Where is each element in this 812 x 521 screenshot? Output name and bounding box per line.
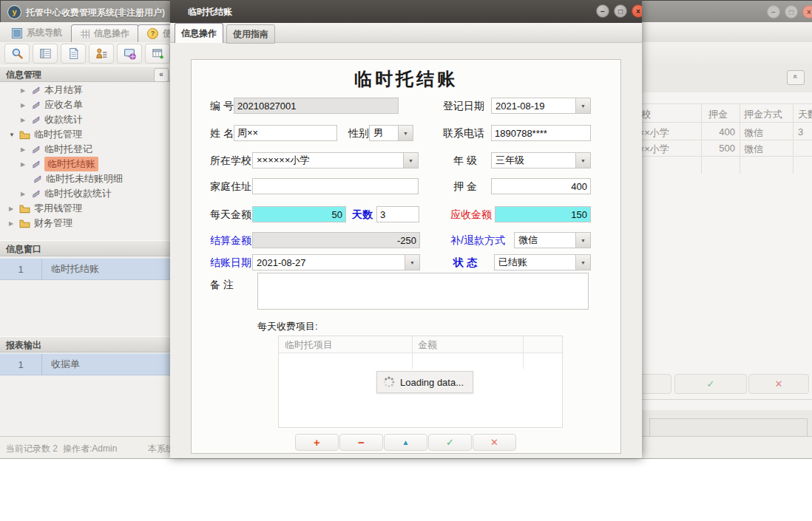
tree-item-receivable-list[interactable]: ▶ 应收名单 (21, 98, 83, 112)
tree-item-temp-care-unsettled[interactable]: 临时托未结账明细 (33, 171, 123, 186)
tree-item-temp-care-register[interactable]: ▶ 临时托登记 (21, 142, 92, 157)
no-field[interactable] (234, 98, 399, 114)
preview-button[interactable] (4, 44, 30, 64)
expander-icon[interactable]: ▶ (21, 102, 27, 109)
chevron-down-icon[interactable]: ▼ (403, 153, 418, 168)
modal-window: 临时托结账 − □ × 信息操作 使用指南 临时托结账 编 号 登记日期 202… (170, 0, 642, 458)
name-field[interactable] (234, 125, 337, 141)
reg-date-value: 2021-08-19 (492, 101, 575, 112)
items-table-header: 临时托项目 金额 (279, 336, 562, 353)
phone-label: 联系电话 (443, 127, 484, 140)
bg-bottom-field[interactable] (649, 418, 808, 437)
report-wand-icon (31, 86, 41, 95)
remark-field[interactable] (257, 273, 589, 310)
tree-item-temp-care-mgmt[interactable]: ▼ 临时托管理 (9, 127, 82, 142)
main-close-button[interactable]: × (802, 5, 812, 18)
expander-icon[interactable]: ▶ (21, 161, 27, 168)
modal-tab-user-guide[interactable]: 使用指南 (226, 24, 275, 44)
school-dropdown[interactable]: ××××××小学 ▼ (252, 152, 419, 168)
days-field[interactable] (376, 206, 419, 222)
report-wand-icon (31, 145, 41, 154)
main-minimize-button[interactable]: − (767, 5, 780, 18)
refund-method-dropdown[interactable]: 微信 ▼ (514, 232, 591, 248)
phone-field[interactable] (491, 125, 591, 141)
modal-tab-info-ops[interactable]: 信息操作 (175, 23, 223, 43)
main-maximize-button[interactable]: □ (785, 5, 798, 18)
bg-col-deposit-method: 押金方式 (744, 108, 782, 121)
chevron-down-icon[interactable]: ▼ (398, 126, 413, 140)
report-wand-icon (31, 160, 41, 169)
tree-item-monthly-settle[interactable]: ▶ 本月结算 (21, 83, 83, 98)
form-icon (39, 47, 52, 60)
chevron-down-icon[interactable]: ▼ (405, 255, 419, 270)
expander-icon[interactable]: ▶ (21, 117, 27, 123)
grade-value: 三年级 (492, 154, 575, 167)
bg-cell-deposit: 500 (691, 143, 735, 154)
tree-item-temp-care-payment-stats[interactable]: ▶ 临时托收款统计 (21, 186, 112, 201)
expander-icon[interactable]: ▶ (21, 146, 27, 153)
report-output-title: 报表输出 (6, 340, 41, 350)
expander-open-icon[interactable]: ▼ (9, 132, 16, 138)
name-label: 姓 名 (210, 127, 234, 140)
deposit-field[interactable] (491, 178, 591, 194)
collapse-left-icon[interactable]: « (154, 68, 169, 82)
monitor-button[interactable] (117, 44, 142, 64)
collapse-up-button[interactable]: « (787, 70, 805, 85)
item-confirm-button[interactable]: ✓ (428, 434, 472, 451)
item-move-up-button[interactable]: ▲ (384, 434, 427, 451)
chevron-down-icon[interactable]: ▼ (575, 255, 590, 270)
expander-icon[interactable]: ▶ (9, 205, 16, 212)
table-add-button[interactable] (145, 44, 170, 64)
tree-item-payment-stats[interactable]: ▶ 收款统计 (21, 112, 83, 127)
report-wand-icon (31, 101, 41, 110)
column-divider (412, 336, 413, 369)
document-button[interactable] (61, 44, 86, 64)
no-label: 编 号 (210, 100, 234, 113)
chevron-down-icon[interactable]: ▼ (575, 98, 590, 113)
modal-minimize-button[interactable]: − (596, 4, 609, 18)
triangle-up-icon: ▲ (402, 438, 410, 446)
refund-method-value: 微信 (515, 234, 575, 247)
gender-dropdown[interactable]: 男 ▼ (369, 125, 413, 141)
daily-amount-field[interactable] (252, 206, 346, 222)
chevron-down-icon[interactable]: ▼ (575, 153, 590, 168)
status-dropdown[interactable]: 已结账 ▼ (494, 254, 591, 270)
reg-date-dropdown[interactable]: 2021-08-19 ▼ (491, 98, 591, 114)
form-view-button[interactable] (33, 44, 58, 64)
tree-item-finance-mgmt[interactable]: ▶ 财务管理 (9, 216, 72, 231)
tree-label: 财务管理 (34, 217, 72, 230)
tab-system-nav[interactable]: 系统导航 (3, 24, 71, 41)
item-remove-button[interactable]: − (339, 434, 383, 451)
report-wand-icon (31, 189, 41, 199)
tree-item-pocket-money-mgmt[interactable]: ▶ 零用钱管理 (9, 201, 82, 216)
settle-amount-field[interactable] (252, 232, 420, 248)
receivable-label: 应收金额 (450, 208, 492, 222)
bg-cancel-button[interactable]: ✕ (748, 374, 809, 394)
close-x-icon: ✕ (775, 378, 783, 389)
address-field[interactable] (252, 178, 419, 194)
tab-info-ops[interactable]: 信息操作 (71, 24, 139, 42)
expander-icon[interactable]: ▶ (9, 220, 16, 227)
document-icon (67, 47, 80, 60)
modal-maximize-button[interactable]: □ (614, 4, 627, 18)
report-output-row[interactable]: 1 收据单 (0, 353, 172, 375)
modal-close-button[interactable]: × (632, 4, 642, 18)
settle-date-dropdown[interactable]: 2021-08-27 ▼ (252, 254, 420, 270)
tree-item-temp-care-settle[interactable]: ▶ 临时托结账 (21, 157, 98, 171)
item-add-button[interactable]: + (295, 434, 339, 451)
column-divider (523, 336, 524, 369)
receivable-field[interactable] (495, 206, 591, 222)
bg-confirm-button[interactable]: ✓ (674, 374, 747, 394)
tree-label: 应收名单 (44, 98, 83, 112)
info-window-row[interactable]: 1 临时托结账 (0, 258, 172, 280)
user-settings-button[interactable] (89, 44, 114, 64)
expander-icon[interactable]: ▶ (21, 87, 27, 94)
grade-dropdown[interactable]: 三年级 ▼ (491, 152, 591, 168)
user-list-icon (95, 47, 108, 60)
expander-icon[interactable]: ▶ (21, 191, 27, 197)
grid-icon (81, 30, 89, 38)
report-output-header: 报表输出 (0, 336, 172, 353)
bg-col-days: 天数 (798, 108, 812, 121)
chevron-down-icon[interactable]: ▼ (575, 233, 590, 248)
item-cancel-button[interactable]: ✕ (473, 434, 516, 451)
